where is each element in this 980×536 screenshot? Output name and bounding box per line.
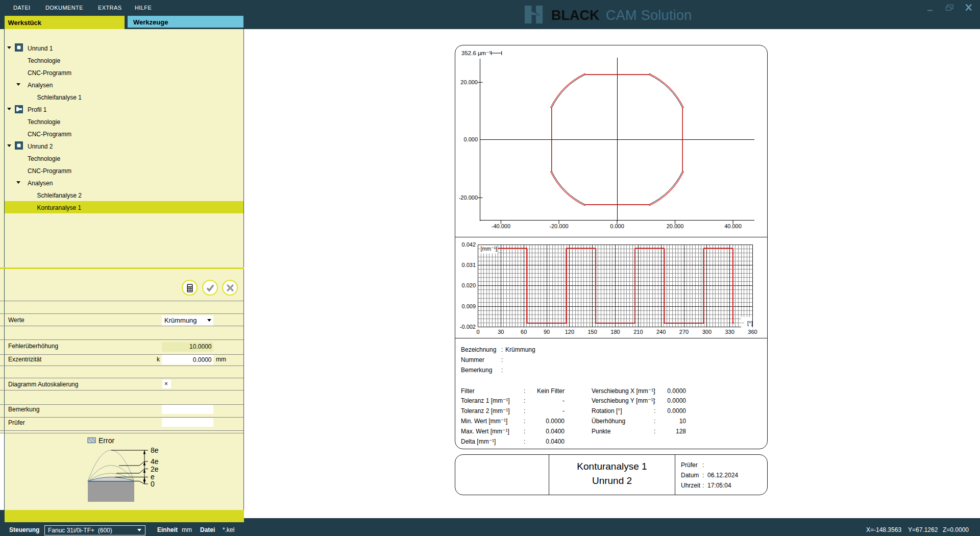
svg-text:120: 120 bbox=[565, 329, 574, 335]
svg-text:Error: Error bbox=[99, 436, 114, 445]
svg-text:30: 30 bbox=[498, 329, 504, 335]
svg-text:0: 0 bbox=[476, 329, 479, 335]
svg-text:0.031: 0.031 bbox=[461, 262, 476, 268]
svg-text:0.042: 0.042 bbox=[461, 241, 476, 248]
svg-text:150: 150 bbox=[587, 329, 597, 335]
svg-text:0.020: 0.020 bbox=[461, 282, 476, 288]
svg-text:210: 210 bbox=[633, 329, 643, 335]
svg-text:-40.000: -40.000 bbox=[492, 223, 510, 229]
svg-text:0.009: 0.009 bbox=[461, 303, 476, 309]
svg-text:-20.000: -20.000 bbox=[459, 194, 478, 201]
svg-text:[°]: [°] bbox=[747, 320, 753, 326]
svg-text:352.6 µm⁻¹: 352.6 µm⁻¹ bbox=[461, 50, 491, 56]
svg-text:180: 180 bbox=[610, 329, 620, 335]
svg-text:-20.000: -20.000 bbox=[549, 223, 568, 229]
svg-text:40.000: 40.000 bbox=[724, 223, 742, 229]
svg-text:90: 90 bbox=[544, 329, 550, 335]
svg-text:360: 360 bbox=[748, 329, 757, 335]
svg-text:-0.002: -0.002 bbox=[460, 324, 476, 330]
svg-text:270: 270 bbox=[679, 329, 689, 335]
svg-text:8e: 8e bbox=[151, 446, 159, 454]
svg-text:2e: 2e bbox=[151, 465, 159, 473]
svg-text:0: 0 bbox=[151, 480, 155, 488]
svg-text:0.000: 0.000 bbox=[610, 223, 624, 229]
svg-text:0.000: 0.000 bbox=[463, 136, 478, 142]
svg-text:60: 60 bbox=[521, 329, 527, 335]
svg-text:240: 240 bbox=[656, 329, 666, 335]
svg-text:20.000: 20.000 bbox=[667, 223, 684, 229]
svg-text:300: 300 bbox=[702, 329, 712, 335]
svg-text:330: 330 bbox=[725, 329, 734, 335]
svg-text:20.000: 20.000 bbox=[460, 79, 478, 85]
svg-text:[mm⁻¹]: [mm⁻¹] bbox=[481, 246, 497, 252]
